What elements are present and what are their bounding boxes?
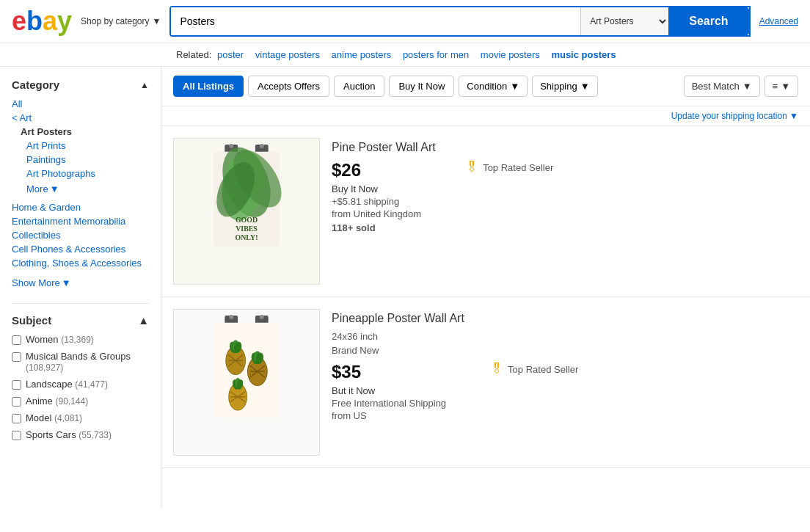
result-buy-type-pine: Buy It Now <box>332 183 421 194</box>
result-sold-pine: 118+ sold <box>332 222 421 233</box>
shop-by-category-button[interactable]: Shop by category ▼ <box>81 16 161 26</box>
chevron-down-icon: ▼ <box>742 81 752 92</box>
svg-text:GOOD: GOOD <box>236 216 258 224</box>
subject-checkbox-musical-bands[interactable] <box>12 352 21 362</box>
subject-label-model: Model (4,081) <box>26 412 82 423</box>
category-chevron-icon: ▲ <box>140 80 149 90</box>
sidebar-item-art[interactable]: < Art <box>12 112 149 123</box>
accepts-offers-button[interactable]: Accepts Offers <box>248 76 329 97</box>
subject-item-sports-cars: Sports Cars (55,733) <box>12 429 149 440</box>
related-bar: Related: poster vintage posters anime po… <box>0 43 810 67</box>
search-input[interactable] <box>171 7 580 35</box>
result-location-pine: from United Kingdom <box>332 208 421 219</box>
extra-category-links: Home & Garden Entertainment Memorabilia … <box>12 202 149 269</box>
result-title-pineapple[interactable]: Pineapple Poster Wall Art <box>332 312 798 325</box>
search-category-select[interactable]: Art Posters <box>580 7 668 35</box>
view-toggle[interactable]: ≡ ▼ <box>765 76 798 97</box>
related-link-music-posters[interactable]: music posters <box>551 49 616 60</box>
subject-label-musical-bands: Musical Bands & Groups (108,927) <box>26 351 149 373</box>
related-link-movie-posters[interactable]: movie posters <box>481 49 540 60</box>
subject-label-sports-cars: Sports Cars (55,733) <box>26 429 112 440</box>
update-shipping-link[interactable]: Update your shipping location ▼ <box>671 111 798 121</box>
sidebar: Category ▲ All < Art Art Posters Art Pri… <box>0 67 161 507</box>
subject-title: Subject ▲ <box>12 314 149 327</box>
subject-label-landscape: Landscape (41,477) <box>26 379 108 390</box>
sort-dropdown[interactable]: Best Match ▼ <box>684 76 760 97</box>
chevron-down-icon: ▼ <box>153 16 161 26</box>
advanced-link[interactable]: Advanced <box>759 16 798 26</box>
top-rated-label-pine: Top Rated Seller <box>483 162 553 173</box>
list-view-icon: ≡ <box>773 81 778 92</box>
related-link-posters-for-men[interactable]: posters for men <box>403 49 469 60</box>
subject-checkbox-model[interactable] <box>12 414 21 423</box>
top-rated-icon-pineapple: 🎖 <box>490 362 503 377</box>
sidebar-item-cell-phones[interactable]: Cell Phones & Accessories <box>12 244 149 255</box>
result-image-pineapple[interactable] <box>173 309 320 456</box>
subject-item-model: Model (4,081) <box>12 412 149 423</box>
result-item: GOOD VIBES ONLY! Pine Poster Wall Art $2… <box>161 126 810 297</box>
result-price-row-pineapple: $35 But it Now Free International Shippi… <box>332 362 798 423</box>
subject-item-women: Women (13,369) <box>12 334 149 345</box>
subject-checkbox-sports-cars[interactable] <box>12 431 21 440</box>
sidebar-item-art-posters[interactable]: Art Posters <box>12 126 149 137</box>
svg-point-11 <box>229 144 233 148</box>
chevron-down-icon: ▼ <box>580 81 590 92</box>
category-title: Category ▲ <box>12 79 149 91</box>
sidebar-item-entertainment[interactable]: Entertainment Memorabilia <box>12 216 149 227</box>
auction-button[interactable]: Auction <box>334 76 384 97</box>
subject-checkbox-women[interactable] <box>12 335 21 345</box>
all-listings-button[interactable]: All Listings <box>173 76 244 97</box>
result-price-pineapple: $35 <box>332 362 446 382</box>
svg-point-41 <box>229 315 233 319</box>
shop-by-label: Shop by category <box>81 16 149 26</box>
subject-checkbox-anime[interactable] <box>12 397 21 407</box>
sidebar-show-more-link[interactable]: Show More ▼ <box>12 277 71 288</box>
sidebar-item-home-garden[interactable]: Home & Garden <box>12 202 149 213</box>
search-bar: Art Posters Search <box>169 6 750 37</box>
main-layout: Category ▲ All < Art Art Posters Art Pri… <box>0 67 810 507</box>
result-shipping-pine: +$5.81 shipping <box>332 196 421 207</box>
filter-bar: All Listings Accepts Offers Auction Buy … <box>161 67 810 106</box>
sidebar-item-art-photographs[interactable]: Art Photographs <box>26 168 149 179</box>
subject-item-landscape: Landscape (41,477) <box>12 379 149 390</box>
subject-item-anime: Anime (90,144) <box>12 396 149 407</box>
shipping-bar: Update your shipping location ▼ <box>161 106 810 126</box>
result-price-details-pine: $26 Buy It Now +$5.81 shipping from Unit… <box>332 160 421 233</box>
sidebar-item-all[interactable]: All <box>12 98 149 109</box>
result-price-details-pineapple: $35 But it Now Free International Shippi… <box>332 362 446 423</box>
related-link-vintage-posters[interactable]: vintage posters <box>255 49 320 60</box>
art-sub-links: Art Prints Paintings Art Photographs Mor… <box>12 140 149 194</box>
sidebar-item-paintings[interactable]: Paintings <box>26 154 149 165</box>
search-button[interactable]: Search <box>668 7 748 35</box>
sidebar-item-art-prints[interactable]: Art Prints <box>26 140 149 151</box>
subject-checkbox-landscape[interactable] <box>12 380 21 390</box>
result-condition-pineapple: Brand New <box>332 345 798 356</box>
related-link-anime-posters[interactable]: anime posters <box>332 49 392 60</box>
result-item-pineapple: Pineapple Poster Wall Art 24x36 inch Bra… <box>161 297 810 468</box>
buy-it-now-button[interactable]: Buy It Now <box>389 76 454 97</box>
chevron-down-icon: ▼ <box>781 81 790 92</box>
sidebar-more-link[interactable]: More ▼ <box>26 183 59 194</box>
svg-point-42 <box>260 315 264 319</box>
shipping-dropdown[interactable]: Shipping ▼ <box>532 76 597 97</box>
condition-dropdown[interactable]: Condition ▼ <box>459 76 528 97</box>
header: ebay Shop by category ▼ Art Posters Sear… <box>0 0 810 43</box>
subject-label-anime: Anime (90,144) <box>26 396 88 407</box>
result-price-row-pine: $26 Buy It Now +$5.81 shipping from Unit… <box>332 160 798 233</box>
results-list: GOOD VIBES ONLY! Pine Poster Wall Art $2… <box>161 126 810 468</box>
top-rated-pine: 🎖 Top Rated Seller <box>465 160 553 175</box>
result-buy-type-pineapple: But it Now <box>332 385 446 396</box>
sidebar-item-collectibles[interactable]: Collectibles <box>12 230 149 241</box>
subject-item-musical-bands: Musical Bands & Groups (108,927) <box>12 351 149 373</box>
sidebar-item-clothing[interactable]: Clothing, Shoes & Accessories <box>12 258 149 269</box>
svg-rect-16 <box>214 323 279 418</box>
result-info-pine: Pine Poster Wall Art $26 Buy It Now +$5.… <box>332 138 798 285</box>
related-link-poster[interactable]: poster <box>217 49 244 60</box>
top-rated-icon-pine: 🎖 <box>465 160 478 175</box>
result-image-pine[interactable]: GOOD VIBES ONLY! <box>173 138 320 285</box>
subject-section: Subject ▲ Women (13,369) Musical Bands &… <box>12 303 149 440</box>
chevron-down-icon: ▼ <box>62 277 71 288</box>
chevron-down-icon: ▼ <box>50 183 59 194</box>
result-title-pine[interactable]: Pine Poster Wall Art <box>332 141 798 154</box>
related-label: Related: <box>176 49 211 60</box>
